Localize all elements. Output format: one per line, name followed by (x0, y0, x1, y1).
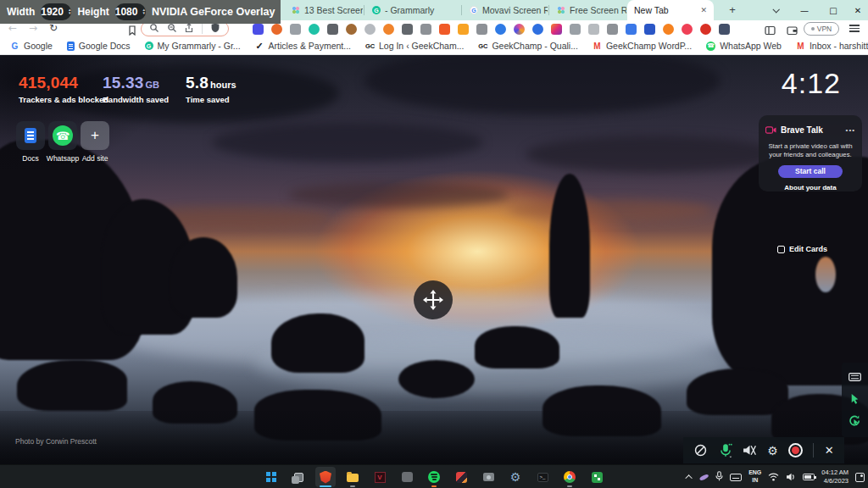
deals-badge-icon[interactable] (663, 24, 674, 35)
keystrokes-icon[interactable] (849, 369, 861, 385)
wifi-icon[interactable] (768, 469, 779, 485)
battery-icon[interactable] (803, 474, 815, 480)
taskbar-spotify[interactable] (424, 467, 444, 487)
tab-search-button[interactable] (761, 0, 790, 20)
start-button[interactable] (261, 467, 281, 487)
screenshot-tool-icon[interactable] (476, 24, 487, 35)
archive-tool-icon[interactable] (588, 24, 599, 35)
taskbar-game[interactable] (397, 467, 417, 487)
language-switcher[interactable]: ENG IN (748, 469, 761, 485)
bookmark-geekchamp-login[interactable]: GC Log In ‹ GeekCham... (365, 41, 464, 51)
speaker-icon[interactable] (786, 469, 796, 485)
site-favicon (292, 6, 300, 14)
tab-new-tab-active[interactable]: New Tab ✕ (627, 0, 714, 20)
stat-label: Bandwidth saved (103, 95, 169, 104)
bookmark-whatsapp-web[interactable]: ☎ WhatsApp Web (706, 41, 782, 51)
firefly-icon[interactable] (383, 24, 394, 35)
taskbar-sharex[interactable] (587, 467, 607, 487)
feather-tray-icon[interactable] (699, 473, 709, 481)
back-icon[interactable]: ← (8, 22, 17, 34)
image-viewer-icon[interactable] (644, 24, 655, 35)
task-view-button[interactable] (288, 467, 309, 487)
height-input[interactable]: 1080 ▲▼ (115, 3, 146, 20)
bookmark-inbox[interactable]: M Inbox - harshittaror... (796, 41, 868, 51)
shortcut-tile[interactable]: ☎ (48, 121, 77, 150)
puzzle-extensions-icon[interactable] (719, 24, 730, 35)
taskbar-camera[interactable] (478, 467, 498, 487)
move-arrows-icon (423, 290, 443, 310)
minimize-button[interactable]: — (790, 0, 819, 20)
taskbar-vanguard[interactable]: V (370, 467, 390, 487)
hidden-icons-chevron[interactable] (685, 474, 692, 481)
record-button[interactable] (788, 443, 803, 458)
blue-tool-icon[interactable] (532, 24, 543, 35)
stepper-icon[interactable]: ▲▼ (142, 8, 145, 16)
gray-extension-icon[interactable] (364, 24, 376, 35)
card-menu-icon[interactable]: ••• (846, 126, 855, 134)
shortcut-add-site[interactable]: + Add site (76, 121, 114, 163)
bookmark-grammarly[interactable]: G My Grammarly - Gr... (145, 41, 241, 51)
recorder-close-button[interactable]: ✕ (825, 444, 834, 457)
ublock-icon[interactable] (290, 24, 301, 35)
menu-icon[interactable] (849, 25, 860, 34)
recorder-move-handle[interactable] (414, 280, 453, 319)
tray-clock[interactable]: 04:12 AM 4/6/2023 (821, 469, 849, 485)
edit-cards-button[interactable]: Edit Cards (777, 245, 827, 253)
taskbar-brave[interactable] (315, 467, 336, 487)
stepper-icon[interactable]: ▲▼ (68, 8, 71, 16)
bookmark-geekchamp-wordpress[interactable]: M GeekChamp WordP... (593, 41, 692, 51)
highlighter-icon[interactable] (607, 24, 618, 35)
taskbar-movavi[interactable] (451, 467, 471, 487)
camera-off-button[interactable] (693, 443, 708, 458)
start-call-button[interactable]: Start call (778, 165, 843, 178)
recorder-settings-icon[interactable]: ⚙ (767, 444, 778, 458)
send-tool-icon[interactable] (570, 24, 581, 35)
tab-close-icon[interactable]: ✕ (700, 6, 707, 14)
tab-movavi[interactable]: G Movavi Screen Record (463, 0, 548, 20)
marketing-tool-icon[interactable] (439, 24, 450, 35)
forward-icon[interactable]: → (29, 22, 37, 34)
cursor-highlight-icon[interactable] (849, 392, 860, 408)
width-input[interactable]: 1920 ▲▼ (41, 3, 71, 20)
system-sound-off-button[interactable] (743, 444, 757, 457)
instagram-tool-icon[interactable] (551, 24, 562, 35)
taskbar-terminal[interactable]: >_ (532, 467, 553, 487)
microphone-button[interactable] (719, 443, 732, 458)
clipboard-tool-icon[interactable] (402, 24, 413, 35)
tab-free-screen-recorder[interactable]: Free Screen Recorder (550, 0, 626, 20)
alert-tool-icon[interactable] (458, 24, 469, 35)
taskbar-settings[interactable]: ⚙ (505, 467, 526, 487)
reload-icon[interactable]: ↻ (49, 22, 58, 34)
mic-tray-icon[interactable] (715, 469, 723, 485)
cookie-editor-icon[interactable] (346, 24, 357, 35)
bookmark-google-docs[interactable]: Google Docs (67, 41, 131, 51)
notification-center-icon[interactable] (855, 473, 865, 482)
cursor-tool-icon[interactable] (327, 24, 338, 35)
screen-reader-icon[interactable] (271, 24, 282, 35)
color-ring-icon[interactable] (514, 24, 525, 35)
taskbar-chrome[interactable] (559, 467, 580, 487)
bookmark-articles-payment[interactable]: ✓ Articles & Payment... (255, 41, 351, 51)
close-window-button[interactable]: ✕ (848, 0, 868, 20)
video-play-icon[interactable] (700, 24, 711, 35)
tab-grammarly[interactable]: G - Grammarly (365, 0, 460, 20)
click-effects-icon[interactable] (849, 414, 861, 430)
taskbar-file-explorer[interactable] (342, 467, 363, 487)
bookmark-google[interactable]: G Google (10, 41, 53, 51)
notification-indicator (431, 485, 437, 487)
avast-check-icon[interactable] (309, 24, 320, 35)
shortcut-tile[interactable]: + (81, 121, 109, 150)
maximize-button[interactable]: □ (819, 0, 848, 20)
vpn-button[interactable]: VPN (804, 22, 839, 36)
translate-icon[interactable] (626, 24, 637, 35)
bookmark-geekchamp[interactable]: GC GeekChamp - Quali... (478, 41, 578, 51)
verified-check-icon[interactable] (495, 24, 506, 35)
wappalyzer-icon[interactable] (253, 24, 264, 35)
touch-keyboard-icon[interactable] (730, 474, 742, 481)
tab-screen-record-guide[interactable]: 13 Best Screen Record (285, 0, 363, 20)
pocket-icon[interactable] (682, 24, 693, 35)
shortcut-tile[interactable] (16, 121, 45, 150)
new-tab-button[interactable]: + (726, 3, 739, 17)
about-your-data-link[interactable]: About your data (765, 184, 855, 191)
image-tool-icon[interactable] (420, 24, 431, 35)
